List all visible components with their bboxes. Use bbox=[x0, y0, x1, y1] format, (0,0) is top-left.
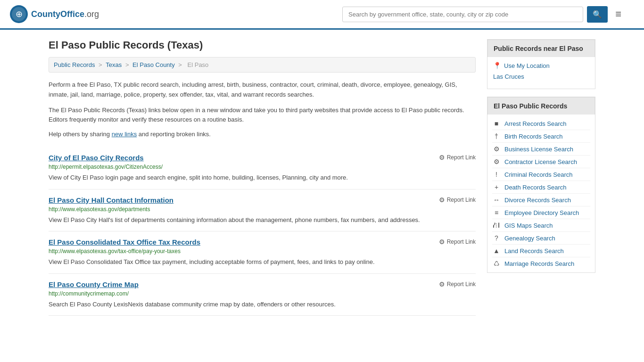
nearby-city-0[interactable]: Las Cruces bbox=[493, 73, 589, 80]
result-card-2: El Paso Consolidated Tax Office Tax Reco… bbox=[49, 231, 476, 274]
menu-button[interactable]: ≡ bbox=[611, 6, 625, 22]
record-link-8[interactable]: GIS Maps Search bbox=[504, 222, 553, 229]
records-body: ■ Arrest Records Search † Birth Records … bbox=[487, 115, 595, 272]
search-input[interactable] bbox=[342, 7, 583, 22]
record-icon-4: ! bbox=[492, 171, 501, 178]
record-icon-11: ♺ bbox=[492, 260, 501, 267]
record-link-item-0[interactable]: ■ Arrest Records Search bbox=[492, 117, 590, 130]
page-title: El Paso Public Records (Texas) bbox=[49, 39, 476, 51]
report-icon-2: ⚙ bbox=[439, 238, 445, 246]
result-card-0: City of El Paso City Records ⚙ Report Li… bbox=[49, 147, 476, 189]
nearby-body: 📍 Use My Location Las Cruces bbox=[487, 57, 595, 89]
record-link-10[interactable]: Land Records Search bbox=[504, 247, 564, 255]
result-url-3: http://communitycrimemap.com/ bbox=[49, 290, 476, 297]
breadcrumb-texas[interactable]: Texas bbox=[106, 61, 122, 68]
logo-icon: ⊕ bbox=[9, 5, 28, 24]
result-desc-3: Search El Paso County LexisNexis databas… bbox=[49, 300, 476, 309]
record-link-2[interactable]: Business License Search bbox=[504, 146, 573, 153]
search-button[interactable]: 🔍 bbox=[587, 6, 608, 23]
report-label-3: Report Link bbox=[447, 281, 476, 288]
record-link-item-9[interactable]: ? Genealogy Search bbox=[492, 232, 590, 245]
record-icon-8: ⛙ bbox=[492, 222, 501, 229]
records-title: El Paso Public Records bbox=[487, 97, 595, 115]
record-link-11[interactable]: Marriage Records Search bbox=[504, 260, 574, 267]
result-desc-0: View of City El Paso login page and sear… bbox=[49, 173, 476, 182]
use-my-location-item[interactable]: 📍 Use My Location bbox=[493, 62, 589, 69]
record-link-item-11[interactable]: ♺ Marriage Records Search bbox=[492, 257, 590, 270]
record-link-5[interactable]: Death Records Search bbox=[504, 184, 567, 191]
description1: Perform a free El Paso, TX public record… bbox=[49, 80, 476, 100]
breadcrumb-el-paso-county[interactable]: El Paso County bbox=[132, 61, 175, 68]
svg-text:⊕: ⊕ bbox=[16, 9, 23, 19]
record-icon-1: † bbox=[492, 132, 501, 140]
result-card-1: El Paso City Hall Contact Information ⚙ … bbox=[49, 189, 476, 232]
record-link-item-5[interactable]: + Death Records Search bbox=[492, 181, 590, 194]
report-link-2[interactable]: ⚙ Report Link bbox=[439, 238, 476, 246]
report-label-2: Report Link bbox=[447, 239, 476, 245]
record-link-item-10[interactable]: ▲ Land Records Search bbox=[492, 245, 590, 257]
breadcrumb-el-paso: El Paso bbox=[188, 61, 209, 68]
result-title-0[interactable]: City of El Paso City Records bbox=[49, 154, 144, 162]
result-desc-2: View El Paso Consolidated Tax Office tax… bbox=[49, 257, 476, 267]
logo-text: CountyOffice.org bbox=[31, 9, 99, 19]
result-title-2[interactable]: El Paso Consolidated Tax Office Tax Reco… bbox=[49, 238, 200, 246]
help-text: Help others by sharing new links and rep… bbox=[49, 131, 476, 138]
record-link-item-2[interactable]: ⚙ Business License Search bbox=[492, 143, 590, 156]
record-icon-2: ⚙ bbox=[492, 145, 501, 153]
records-section: El Paso Public Records ■ Arrest Records … bbox=[487, 97, 595, 273]
result-url-1: http://www.elpasotexas.gov/departments bbox=[49, 206, 476, 213]
nearby-section: Public Records near El Paso 📍 Use My Loc… bbox=[487, 39, 595, 89]
result-desc-1: View El Paso City Hall's list of departm… bbox=[49, 215, 476, 225]
nearby-title: Public Records near El Paso bbox=[487, 40, 595, 57]
record-icon-0: ■ bbox=[492, 120, 501, 127]
record-link-item-7[interactable]: ≡ Employee Directory Search bbox=[492, 206, 590, 219]
record-icon-10: ▲ bbox=[492, 247, 501, 255]
result-url-2: http://www.elpasotexas.gov/tax-office/pa… bbox=[49, 248, 476, 255]
description2: The El Paso Public Records (Texas) links… bbox=[49, 106, 476, 125]
record-links-list: ■ Arrest Records Search † Birth Records … bbox=[492, 117, 590, 270]
record-icon-6: ↔ bbox=[492, 196, 501, 204]
use-my-location-link[interactable]: Use My Location bbox=[504, 62, 550, 69]
record-link-0[interactable]: Arrest Records Search bbox=[504, 120, 567, 127]
nearby-cities-list: Las Cruces bbox=[493, 73, 589, 80]
result-url-0: http://epermit.elpasotexas.gov/CitizenAc… bbox=[49, 164, 476, 170]
result-title-1[interactable]: El Paso City Hall Contact Information bbox=[49, 196, 173, 204]
record-icon-5: + bbox=[492, 183, 501, 191]
record-link-3[interactable]: Contractor License Search bbox=[504, 158, 577, 165]
record-link-item-4[interactable]: ! Criminal Records Search bbox=[492, 168, 590, 181]
record-icon-3: ⚙ bbox=[492, 158, 501, 165]
results-list: City of El Paso City Records ⚙ Report Li… bbox=[49, 147, 476, 316]
record-link-item-3[interactable]: ⚙ Contractor License Search bbox=[492, 156, 590, 168]
result-card-3: El Paso County Crime Map ⚙ Report Link h… bbox=[49, 274, 476, 316]
report-link-3[interactable]: ⚙ Report Link bbox=[439, 280, 476, 288]
report-label-1: Report Link bbox=[447, 197, 476, 203]
record-link-1[interactable]: Birth Records Search bbox=[504, 133, 563, 140]
right-sidebar: Public Records near El Paso 📍 Use My Loc… bbox=[487, 39, 595, 316]
record-link-item-1[interactable]: † Birth Records Search bbox=[492, 130, 590, 143]
record-icon-9: ? bbox=[492, 234, 501, 242]
report-icon-1: ⚙ bbox=[439, 196, 445, 204]
report-link-0[interactable]: ⚙ Report Link bbox=[439, 154, 476, 161]
report-icon-3: ⚙ bbox=[439, 280, 445, 288]
report-link-1[interactable]: ⚙ Report Link bbox=[439, 196, 476, 204]
result-title-3[interactable]: El Paso County Crime Map bbox=[49, 280, 139, 288]
record-link-6[interactable]: Divorce Records Search bbox=[504, 197, 571, 204]
record-link-item-6[interactable]: ↔ Divorce Records Search bbox=[492, 194, 590, 206]
record-link-7[interactable]: Employee Directory Search bbox=[504, 209, 579, 216]
logo[interactable]: ⊕ CountyOffice.org bbox=[9, 5, 99, 24]
breadcrumb-public-records[interactable]: Public Records bbox=[54, 61, 95, 68]
location-pin-icon: 📍 bbox=[493, 62, 501, 69]
record-link-9[interactable]: Genealogy Search bbox=[504, 235, 555, 242]
report-label-0: Report Link bbox=[447, 154, 476, 161]
report-icon-0: ⚙ bbox=[439, 154, 445, 161]
record-icon-7: ≡ bbox=[492, 209, 501, 216]
breadcrumb: Public Records > Texas > El Paso County … bbox=[49, 57, 476, 73]
record-link-4[interactable]: Criminal Records Search bbox=[504, 171, 573, 178]
new-links-link[interactable]: new links bbox=[112, 131, 137, 138]
nearby-city-link-0[interactable]: Las Cruces bbox=[493, 73, 524, 80]
record-link-item-8[interactable]: ⛙ GIS Maps Search bbox=[492, 219, 590, 232]
